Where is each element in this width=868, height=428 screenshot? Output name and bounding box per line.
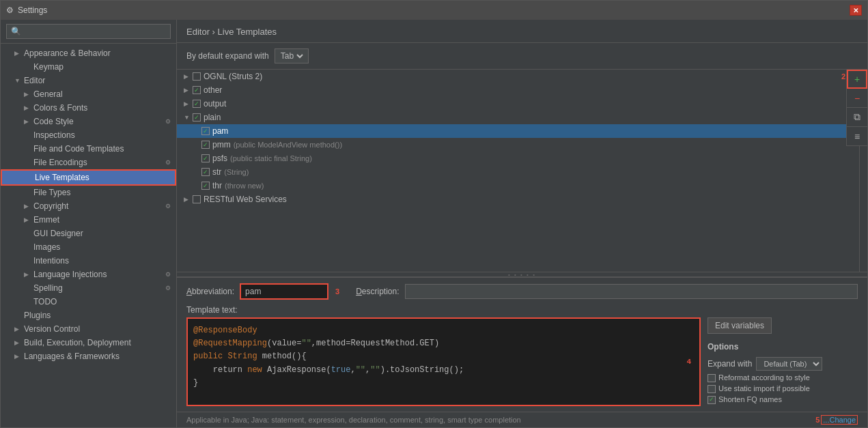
sidebar-item-language-injections[interactable]: ▶ Language Injections ⚙ bbox=[1, 268, 176, 281]
group-plain[interactable]: ▼ plain bbox=[177, 111, 859, 124]
sidebar-item-plugins[interactable]: Plugins bbox=[1, 309, 176, 322]
sidebar-item-build[interactable]: ▶ Build, Execution, Deployment bbox=[1, 336, 176, 349]
template-label: str bbox=[212, 167, 221, 177]
template-editor-row: @ResponseBody @RequestMapping(value="",m… bbox=[186, 317, 858, 406]
copy-template-button[interactable]: ⧉ bbox=[847, 108, 867, 127]
sidebar-item-label: GUI Designer bbox=[33, 229, 83, 238]
sidebar-item-keymap[interactable]: Keymap bbox=[1, 60, 176, 74]
group-output[interactable]: ▶ output bbox=[177, 97, 859, 111]
sidebar-item-live-templates[interactable]: Live Templates bbox=[1, 169, 176, 186]
sidebar-item-file-types[interactable]: File Types bbox=[1, 186, 176, 199]
sidebar-item-file-encodings[interactable]: File Encodings ⚙ bbox=[1, 156, 176, 169]
template-str[interactable]: str (String) bbox=[177, 165, 859, 179]
description-input[interactable] bbox=[405, 284, 858, 299]
sidebar-item-label: TODO bbox=[33, 297, 57, 306]
close-button[interactable]: ✕ bbox=[850, 5, 862, 16]
checkbox-str[interactable] bbox=[201, 168, 210, 176]
group-ognl[interactable]: ▶ OGNL (Struts 2) bbox=[177, 70, 859, 83]
search-box bbox=[1, 20, 176, 44]
group-label: OGNL (Struts 2) bbox=[204, 72, 262, 81]
sidebar-item-images[interactable]: Images bbox=[1, 240, 176, 254]
static-import-checkbox[interactable] bbox=[708, 385, 716, 393]
arrow-icon: ▶ bbox=[24, 91, 32, 98]
sidebar-item-languages[interactable]: ▶ Languages & Frameworks bbox=[1, 349, 176, 363]
change-link[interactable]: ...Change bbox=[821, 415, 858, 425]
template-label: pam bbox=[212, 126, 228, 136]
sidebar-item-spelling[interactable]: Spelling ⚙ bbox=[1, 281, 176, 295]
group-label: plain bbox=[204, 113, 221, 122]
checkbox-other[interactable] bbox=[193, 86, 201, 94]
checkbox-plain[interactable] bbox=[193, 113, 201, 122]
checkbox-pmm[interactable] bbox=[201, 141, 210, 149]
remove-template-button[interactable]: − bbox=[847, 89, 867, 108]
sidebar-item-todo[interactable]: TODO bbox=[1, 295, 176, 309]
group-restful[interactable]: ▶ RESTful Web Services bbox=[177, 192, 859, 206]
expand-with-options-select[interactable]: Default (Tab) bbox=[756, 357, 822, 371]
sidebar-item-code-style[interactable]: ▶ Code Style ⚙ bbox=[1, 115, 176, 128]
edit-template-button[interactable]: ≡ bbox=[847, 127, 867, 146]
abbreviation-input[interactable] bbox=[240, 283, 328, 300]
checkbox-psfs[interactable] bbox=[201, 154, 210, 162]
edit-variables-button[interactable]: Edit variables bbox=[708, 317, 772, 334]
shorten-fq-checkbox[interactable] bbox=[708, 396, 716, 404]
add-template-button[interactable]: + bbox=[847, 70, 867, 89]
sidebar-item-version-control[interactable]: ▶ Version Control bbox=[1, 322, 176, 336]
spacer bbox=[24, 159, 32, 166]
options-section: Options Expand with Default (Tab) bbox=[708, 342, 858, 404]
folder-arrow-icon: ▶ bbox=[184, 100, 191, 107]
template-pam[interactable]: pam bbox=[177, 124, 859, 138]
reformat-checkbox[interactable] bbox=[708, 374, 716, 382]
sidebar-item-gui-designer[interactable]: GUI Designer bbox=[1, 227, 176, 240]
sidebar-item-label: Version Control bbox=[24, 324, 80, 334]
code-line-1: @ResponseBody bbox=[193, 324, 694, 337]
sidebar-item-appearance[interactable]: ▶ Appearance & Behavior bbox=[1, 46, 176, 60]
template-desc: (public ModelAndView method()) bbox=[234, 141, 342, 149]
shorten-fq-checkbox-row: Shorten FQ names bbox=[708, 395, 858, 404]
nav-tree: ▶ Appearance & Behavior Keymap ▼ Editor … bbox=[1, 44, 176, 366]
sidebar-item-general[interactable]: ▶ General bbox=[1, 87, 176, 101]
checkbox-output[interactable] bbox=[193, 100, 201, 108]
template-list-area: ▶ OGNL (Struts 2) ▶ other ▶ bbox=[177, 70, 867, 272]
sidebar-item-label: Inspections bbox=[33, 130, 75, 140]
checkbox-pam[interactable] bbox=[201, 127, 210, 135]
spacer bbox=[24, 298, 32, 305]
template-editor[interactable]: @ResponseBody @RequestMapping(value="",m… bbox=[186, 317, 701, 406]
resize-handle[interactable]: • • • • • bbox=[177, 272, 867, 277]
sidebar-item-colors-fonts[interactable]: ▶ Colors & Fonts bbox=[1, 101, 176, 115]
spacer bbox=[14, 312, 23, 319]
sidebar-item-label: Languages & Frameworks bbox=[24, 352, 120, 361]
settings-gear-icon: ⚙ bbox=[165, 285, 171, 291]
sidebar-item-copyright[interactable]: ▶ Copyright ⚙ bbox=[1, 199, 176, 213]
template-pmm[interactable]: pmm (public ModelAndView method()) bbox=[177, 138, 859, 152]
content-area: ▶ Appearance & Behavior Keymap ▼ Editor … bbox=[1, 20, 867, 427]
options-title: Options bbox=[708, 342, 858, 352]
checkbox-ognl[interactable] bbox=[193, 72, 201, 81]
spacer bbox=[24, 285, 32, 291]
arrow-icon: ▶ bbox=[24, 104, 32, 111]
sidebar-item-file-code-templates[interactable]: File and Code Templates bbox=[1, 142, 176, 156]
settings-window: ⚙ Settings ✕ ▶ Appearance & Behavior Key… bbox=[0, 0, 868, 428]
group-other[interactable]: ▶ other bbox=[177, 83, 859, 97]
expand-select[interactable]: Tab bbox=[275, 48, 309, 63]
sidebar-item-label: Colors & Fonts bbox=[33, 103, 87, 113]
sidebar-item-emmet[interactable]: ▶ Emmet bbox=[1, 213, 176, 227]
sidebar-item-intentions[interactable]: Intentions bbox=[1, 254, 176, 268]
sidebar-item-editor[interactable]: ▼ Editor bbox=[1, 74, 176, 87]
titlebar-title: ⚙ Settings bbox=[6, 5, 47, 15]
expand-with-row: Expand with Default (Tab) bbox=[708, 357, 858, 371]
options-panel: Edit variables Options Expand with Defau… bbox=[708, 317, 858, 406]
expand-dropdown[interactable]: Tab bbox=[278, 51, 305, 61]
template-thr[interactable]: thr (throw new) bbox=[177, 179, 859, 192]
reformat-checkbox-row: Reformat according to style bbox=[708, 373, 858, 382]
sidebar: ▶ Appearance & Behavior Keymap ▼ Editor … bbox=[1, 20, 177, 427]
template-psfs[interactable]: psfs (public static final String) bbox=[177, 152, 859, 165]
sidebar-item-label: Emmet bbox=[33, 215, 59, 225]
main-panel: Editor › Live Templates By default expan… bbox=[177, 20, 867, 427]
checkbox-thr[interactable] bbox=[201, 182, 210, 190]
checkbox-restful[interactable] bbox=[193, 195, 201, 203]
search-input[interactable] bbox=[6, 24, 171, 39]
main-header: Editor › Live Templates bbox=[177, 20, 867, 43]
sidebar-item-inspections[interactable]: Inspections bbox=[1, 128, 176, 142]
arrow-icon: ▶ bbox=[24, 271, 32, 278]
folder-arrow-icon: ▶ bbox=[184, 87, 191, 94]
